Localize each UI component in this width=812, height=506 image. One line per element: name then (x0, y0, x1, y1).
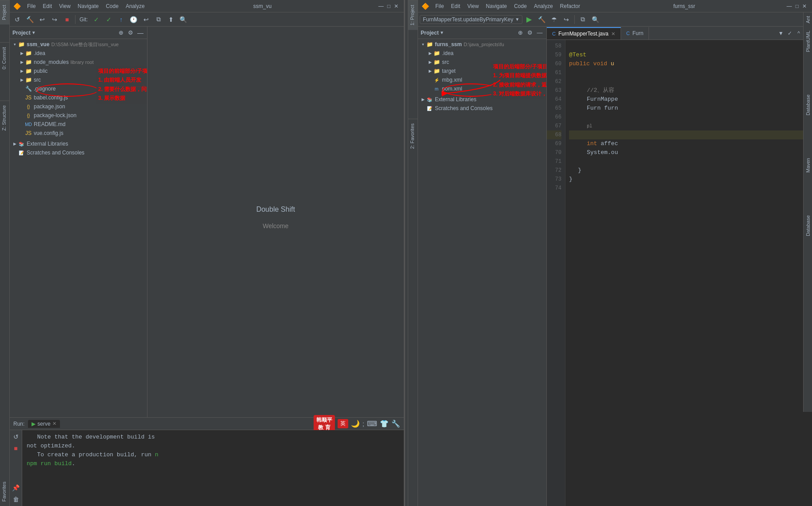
structure-tab-left[interactable]: Z: Structure (0, 100, 9, 135)
nav-left-btn[interactable]: ✓ (785, 27, 794, 40)
tb-git-check2[interactable]: ✓ (103, 14, 115, 25)
tb-redo[interactable]: ↪ (49, 14, 60, 25)
plantuml-tab[interactable]: PlantUML (804, 27, 812, 55)
tb-git-check[interactable]: ✓ (91, 14, 102, 25)
right-annotation-text: 项目的后端部分/子项目/模块 1. 为项目前端提供数据 2. 接收前端的请求，返… (491, 61, 547, 99)
maximize-btn-right[interactable]: □ (796, 3, 799, 9)
line-num-72: 72 (547, 166, 561, 175)
left-menu-analyze[interactable]: Analyze (122, 2, 148, 10)
right-menu-edit[interactable]: Edit (447, 2, 464, 10)
minimize-btn-left[interactable]: — (378, 3, 384, 9)
wrench-icon[interactable]: 🔧 (391, 419, 400, 428)
tree-vue-config[interactable]: ▶ JS vue.config.js (10, 129, 147, 138)
close-btn-left[interactable]: ✕ (394, 3, 398, 9)
serve-tab[interactable]: ▶ serve ✕ (28, 420, 60, 428)
right-menu-code[interactable]: Code (510, 2, 530, 10)
close-btn-right[interactable]: ✕ (802, 3, 807, 9)
tab-furn[interactable]: C Furn (621, 27, 649, 40)
tree-external-libs-left[interactable]: ▶ 📚 External Libraries (10, 139, 147, 148)
tab-furnmappertest[interactable]: C FurnMapperTest.java ✕ (547, 27, 621, 40)
coverage-btn[interactable]: ☂ (548, 14, 560, 25)
right-menu-navigate[interactable]: Navigate (482, 2, 510, 10)
tree-idea[interactable]: ▶ 📁 .idea (10, 49, 147, 58)
build-btn-right[interactable]: 🔨 (536, 14, 547, 25)
code-line-60: public void u (569, 59, 808, 68)
tb-clone[interactable]: ⧉ (153, 14, 164, 25)
maven-tab[interactable]: Maven (804, 154, 812, 176)
right-menu-analyze[interactable]: Analyze (530, 2, 557, 10)
database-tab-2[interactable]: Database (804, 212, 812, 240)
tb-undo2[interactable]: ↩ (140, 14, 152, 25)
tb-build[interactable]: 🔨 (24, 14, 36, 25)
line-num-60: 60 (547, 59, 561, 68)
right-menu-file[interactable]: File (432, 2, 447, 10)
dropdown-arrow[interactable]: ▼ (32, 30, 36, 35)
commit-tab-left[interactable]: 0: Commit (0, 42, 9, 74)
code-lines-panel[interactable]: @Test public void u //2、从容 FurnMappe Fur… (565, 40, 812, 506)
left-menu-code[interactable]: Code (102, 2, 122, 10)
maximize-btn-left[interactable]: □ (387, 3, 390, 9)
console-line-3: To create a production build, run n (27, 451, 399, 459)
right-menu-view[interactable]: View (464, 2, 482, 10)
line-num-71: 71 (547, 157, 561, 166)
stop-btn[interactable]: ■ (11, 443, 21, 453)
tab-label-furn: Furn (633, 30, 644, 36)
semicolon-btn[interactable]: ; (362, 420, 364, 427)
profile-btn[interactable]: ↪ (561, 14, 572, 25)
restart-btn[interactable]: ↺ (11, 432, 21, 442)
right-project-title-label: Project (421, 30, 439, 36)
tree-node-modules[interactable]: ▶ 📁 node_modules library root (10, 58, 147, 67)
tb-refresh[interactable]: ↺ (12, 14, 23, 25)
search-right[interactable]: 🔍 (589, 14, 601, 25)
line-num-73: 73 (547, 175, 561, 184)
left-menu-view[interactable]: View (56, 2, 74, 10)
run-config-dropdown[interactable]: FurnMapperTest.updateByPrimaryKey ▼ (420, 15, 522, 24)
tb-search[interactable]: 🔍 (178, 14, 189, 25)
right-panel-gear-icon[interactable]: ⚙ (526, 29, 534, 37)
panel-locate-icon[interactable]: ⊕ (117, 29, 125, 37)
nav-up-btn[interactable]: ^ (794, 27, 803, 40)
panel-gear-icon[interactable]: ⚙ (127, 29, 135, 37)
tab-more-dropdown[interactable]: ▼ (776, 27, 785, 40)
database-tab[interactable]: Database (804, 91, 812, 119)
shirt-icon[interactable]: 👕 (380, 419, 389, 428)
tree-readme[interactable]: ▶ MD README.md (10, 120, 147, 129)
clear-btn[interactable]: 🗑 (11, 494, 21, 504)
pin-btn[interactable]: 📌 (11, 483, 21, 493)
project-tab-right[interactable]: 1: Project (408, 0, 418, 30)
code-line-73: } (569, 175, 808, 184)
right-root-item[interactable]: ▾ 📁 furns_ssm D:\java_projects\fu (418, 40, 546, 49)
tb-stop[interactable]: ■ (61, 14, 73, 25)
left-menu-edit[interactable]: Edit (39, 2, 56, 10)
tree-scratches-right[interactable]: ▶ 📝 Scratches and Consoles (418, 104, 546, 113)
tree-package-lock[interactable]: ▶ {} package-lock.json (10, 111, 147, 120)
serve-icon: ▶ (32, 421, 36, 427)
tb-git-push[interactable]: ↑ (115, 14, 127, 25)
left-menu-file[interactable]: File (24, 2, 39, 10)
right-panel-locate-icon[interactable]: ⊕ (516, 29, 524, 37)
favorites-tab-left[interactable]: Favorites (0, 477, 9, 506)
panel-close-icon[interactable]: — (136, 29, 144, 37)
file-copy[interactable]: ⧉ (577, 14, 589, 25)
favorites-tab-right[interactable]: 2: Favorites (408, 119, 418, 153)
tree-scratches-left[interactable]: ▶ 📝 Scratches and Consoles (10, 148, 147, 157)
ide-divider (405, 0, 408, 506)
moon-icon[interactable]: 🌙 (351, 419, 360, 428)
project-tab-left[interactable]: Project (0, 0, 9, 24)
tb-history[interactable]: 🕐 (128, 14, 139, 25)
keyboard-icon[interactable]: ⌨ (367, 419, 377, 428)
tb-commit[interactable]: ⬆ (165, 14, 177, 25)
tab-close-furnmapper[interactable]: ✕ (611, 31, 615, 37)
right-dropdown-arrow[interactable]: ▼ (440, 30, 444, 35)
run-btn[interactable]: ▶ (523, 14, 535, 25)
left-menu-navigate[interactable]: Navigate (74, 2, 102, 10)
code-editor: 58 59 60 61 62 63 64 65 66 67 68 69 70 7… (547, 40, 812, 506)
ant-tab[interactable]: Ant (804, 12, 812, 27)
tab-close-serve[interactable]: ✕ (52, 421, 56, 427)
right-panel-close-icon[interactable]: — (536, 29, 544, 37)
right-tree-idea[interactable]: ▶ 📁 .idea (418, 49, 546, 58)
tb-undo[interactable]: ↩ (36, 14, 48, 25)
minimize-btn-right[interactable]: — (787, 3, 792, 9)
root-item[interactable]: ▾ 📁 ssm_vue D:\SSM-Vue整合项目\ssm_vue (10, 40, 147, 49)
right-menu-refactor[interactable]: Refactor (557, 2, 584, 10)
